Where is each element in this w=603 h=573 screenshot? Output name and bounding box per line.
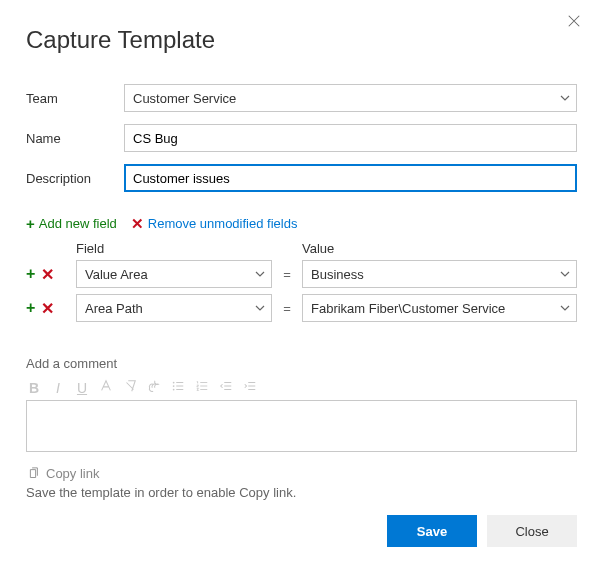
font-color-icon[interactable] [98, 379, 114, 396]
row-remove-icon[interactable]: ✕ [41, 265, 54, 284]
dialog-title: Capture Template [26, 26, 577, 54]
field-name-value: Value Area [85, 267, 148, 282]
comment-label: Add a comment [26, 356, 577, 371]
add-new-field-label: Add new field [39, 216, 117, 231]
chevron-down-icon [560, 269, 570, 279]
chevron-down-icon [255, 269, 265, 279]
copy-link-label: Copy link [46, 466, 99, 481]
column-header-value: Value [302, 241, 577, 256]
column-header-field: Field [76, 241, 272, 256]
field-value-select[interactable]: Business [302, 260, 577, 288]
field-name-select[interactable]: Area Path [76, 294, 272, 322]
team-label: Team [26, 91, 124, 106]
row-remove-icon[interactable]: ✕ [41, 299, 54, 318]
field-name-select[interactable]: Value Area [76, 260, 272, 288]
team-select-value: Customer Service [133, 91, 236, 106]
save-button[interactable]: Save [387, 515, 477, 547]
chevron-down-icon [560, 303, 570, 313]
copy-link-hint: Save the template in order to enable Cop… [26, 485, 577, 500]
row-add-icon[interactable]: + [26, 299, 35, 317]
add-new-field-link[interactable]: + Add new field [26, 216, 117, 231]
equals-sign: = [272, 301, 302, 316]
x-icon: ✕ [131, 216, 144, 231]
name-label: Name [26, 131, 124, 146]
row-add-icon[interactable]: + [26, 265, 35, 283]
field-row: + ✕ Area Path = Fabrikam Fiber\Customer … [26, 294, 577, 322]
name-input[interactable] [124, 124, 577, 152]
copy-link-button: Copy link [26, 466, 577, 481]
close-icon[interactable] [567, 14, 585, 32]
outdent-icon[interactable] [218, 379, 234, 396]
bullet-list-icon[interactable] [170, 379, 186, 396]
underline-icon[interactable]: U [74, 380, 90, 396]
copy-icon [26, 467, 40, 481]
description-input[interactable] [124, 164, 577, 192]
number-list-icon[interactable] [194, 379, 210, 396]
equals-sign: = [272, 267, 302, 282]
plus-icon: + [26, 216, 35, 231]
indent-icon[interactable] [242, 379, 258, 396]
comment-textarea[interactable] [26, 400, 577, 452]
chevron-down-icon [255, 303, 265, 313]
chevron-down-icon [560, 93, 570, 103]
remove-unmodified-fields-link[interactable]: ✕ Remove unmodified fields [131, 216, 298, 231]
svg-point-0 [173, 382, 175, 384]
svg-point-2 [173, 389, 175, 391]
svg-point-1 [173, 385, 175, 387]
link-icon[interactable] [146, 379, 162, 396]
field-value-value: Fabrikam Fiber\Customer Service [311, 301, 505, 316]
field-value-value: Business [311, 267, 364, 282]
rich-text-toolbar: B I U [26, 375, 577, 400]
team-select[interactable]: Customer Service [124, 84, 577, 112]
field-row: + ✕ Value Area = Business [26, 260, 577, 288]
description-label: Description [26, 171, 124, 186]
clear-format-icon[interactable] [122, 379, 138, 396]
close-button[interactable]: Close [487, 515, 577, 547]
field-value-select[interactable]: Fabrikam Fiber\Customer Service [302, 294, 577, 322]
bold-icon[interactable]: B [26, 380, 42, 396]
italic-icon[interactable]: I [50, 380, 66, 396]
remove-unmodified-label: Remove unmodified fields [148, 216, 298, 231]
field-name-value: Area Path [85, 301, 143, 316]
